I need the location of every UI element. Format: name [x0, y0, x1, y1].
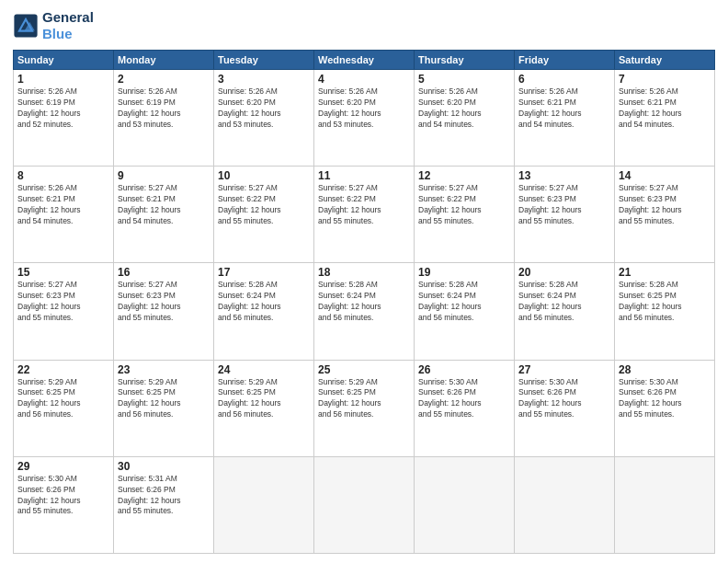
- cell-content: Sunrise: 5:26 AMSunset: 6:19 PMDaylight:…: [118, 86, 210, 131]
- calendar-cell: [214, 456, 314, 553]
- calendar-cell: 15Sunrise: 5:27 AMSunset: 6:23 PMDayligh…: [14, 263, 114, 360]
- cell-content: Sunrise: 5:26 AMSunset: 6:20 PMDaylight:…: [218, 86, 310, 131]
- day-number: 23: [118, 363, 210, 376]
- calendar-cell: 3Sunrise: 5:26 AMSunset: 6:20 PMDaylight…: [214, 70, 314, 167]
- cell-content: Sunrise: 5:27 AMSunset: 6:23 PMDaylight:…: [118, 280, 210, 324]
- calendar-cell: 30Sunrise: 5:31 AMSunset: 6:26 PMDayligh…: [114, 456, 214, 553]
- cell-content: Sunrise: 5:28 AMSunset: 6:24 PMDaylight:…: [418, 280, 510, 324]
- weekday-header: Friday: [515, 51, 615, 70]
- calendar-cell: 8Sunrise: 5:26 AMSunset: 6:21 PMDaylight…: [14, 167, 114, 263]
- day-number: 4: [318, 73, 410, 86]
- logo-text: General Blue: [42, 9, 94, 42]
- cell-content: Sunrise: 5:27 AMSunset: 6:23 PMDaylight:…: [518, 183, 610, 227]
- cell-content: Sunrise: 5:27 AMSunset: 6:22 PMDaylight:…: [418, 183, 510, 227]
- calendar-week-row: 15Sunrise: 5:27 AMSunset: 6:23 PMDayligh…: [14, 263, 715, 360]
- day-number: 24: [218, 363, 310, 376]
- day-number: 28: [619, 363, 711, 376]
- weekday-header: Sunday: [14, 51, 114, 70]
- cell-content: Sunrise: 5:30 AMSunset: 6:26 PMDaylight:…: [17, 474, 109, 518]
- weekday-header: Monday: [114, 51, 214, 70]
- cell-content: Sunrise: 5:26 AMSunset: 6:20 PMDaylight:…: [318, 86, 410, 131]
- calendar-cell: 23Sunrise: 5:29 AMSunset: 6:25 PMDayligh…: [114, 360, 214, 456]
- calendar-cell: 24Sunrise: 5:29 AMSunset: 6:25 PMDayligh…: [214, 360, 314, 456]
- day-number: 2: [118, 73, 210, 86]
- cell-content: Sunrise: 5:27 AMSunset: 6:21 PMDaylight:…: [118, 183, 210, 227]
- calendar-cell: 28Sunrise: 5:30 AMSunset: 6:26 PMDayligh…: [615, 360, 715, 456]
- calendar-cell: 25Sunrise: 5:29 AMSunset: 6:25 PMDayligh…: [314, 360, 415, 456]
- calendar-cell: 6Sunrise: 5:26 AMSunset: 6:21 PMDaylight…: [515, 70, 615, 167]
- day-number: 6: [518, 73, 610, 86]
- cell-content: Sunrise: 5:27 AMSunset: 6:23 PMDaylight:…: [619, 183, 711, 227]
- calendar-cell: 16Sunrise: 5:27 AMSunset: 6:23 PMDayligh…: [114, 263, 214, 360]
- calendar-cell: [314, 456, 415, 553]
- cell-content: Sunrise: 5:26 AMSunset: 6:21 PMDaylight:…: [619, 86, 711, 131]
- calendar-cell: [415, 456, 515, 553]
- cell-content: Sunrise: 5:29 AMSunset: 6:25 PMDaylight:…: [318, 377, 410, 421]
- calendar-cell: 2Sunrise: 5:26 AMSunset: 6:19 PMDaylight…: [114, 70, 214, 167]
- calendar-cell: 22Sunrise: 5:29 AMSunset: 6:25 PMDayligh…: [14, 360, 114, 456]
- cell-content: Sunrise: 5:27 AMSunset: 6:22 PMDaylight:…: [218, 183, 310, 227]
- cell-content: Sunrise: 5:30 AMSunset: 6:26 PMDaylight:…: [518, 377, 610, 421]
- calendar-week-row: 29Sunrise: 5:30 AMSunset: 6:26 PMDayligh…: [14, 456, 715, 553]
- day-number: 29: [17, 460, 109, 473]
- calendar-cell: 13Sunrise: 5:27 AMSunset: 6:23 PMDayligh…: [515, 167, 615, 263]
- page: General Blue SundayMondayTuesdayWednesda…: [0, 0, 728, 563]
- calendar-week-row: 22Sunrise: 5:29 AMSunset: 6:25 PMDayligh…: [14, 360, 715, 456]
- calendar-cell: 14Sunrise: 5:27 AMSunset: 6:23 PMDayligh…: [615, 167, 715, 263]
- day-number: 14: [619, 169, 711, 182]
- day-number: 26: [418, 363, 510, 376]
- calendar-cell: 12Sunrise: 5:27 AMSunset: 6:22 PMDayligh…: [415, 167, 515, 263]
- cell-content: Sunrise: 5:31 AMSunset: 6:26 PMDaylight:…: [118, 474, 210, 518]
- cell-content: Sunrise: 5:29 AMSunset: 6:25 PMDaylight:…: [17, 377, 109, 421]
- day-number: 1: [17, 73, 109, 86]
- cell-content: Sunrise: 5:30 AMSunset: 6:26 PMDaylight:…: [619, 377, 711, 421]
- weekday-header: Wednesday: [314, 51, 415, 70]
- calendar-cell: 5Sunrise: 5:26 AMSunset: 6:20 PMDaylight…: [415, 70, 515, 167]
- cell-content: Sunrise: 5:30 AMSunset: 6:26 PMDaylight:…: [418, 377, 510, 421]
- calendar-cell: 20Sunrise: 5:28 AMSunset: 6:24 PMDayligh…: [515, 263, 615, 360]
- calendar-header-row: SundayMondayTuesdayWednesdayThursdayFrid…: [14, 51, 715, 70]
- logo-icon: [13, 13, 39, 39]
- day-number: 9: [118, 169, 210, 182]
- cell-content: Sunrise: 5:26 AMSunset: 6:21 PMDaylight:…: [518, 86, 610, 131]
- calendar-week-row: 8Sunrise: 5:26 AMSunset: 6:21 PMDaylight…: [14, 167, 715, 263]
- day-number: 7: [619, 73, 711, 86]
- day-number: 30: [118, 460, 210, 473]
- day-number: 12: [418, 169, 510, 182]
- calendar-cell: 27Sunrise: 5:30 AMSunset: 6:26 PMDayligh…: [515, 360, 615, 456]
- day-number: 15: [17, 266, 109, 279]
- calendar-cell: 17Sunrise: 5:28 AMSunset: 6:24 PMDayligh…: [214, 263, 314, 360]
- day-number: 13: [518, 169, 610, 182]
- day-number: 20: [518, 266, 610, 279]
- calendar-cell: 18Sunrise: 5:28 AMSunset: 6:24 PMDayligh…: [314, 263, 415, 360]
- day-number: 16: [118, 266, 210, 279]
- calendar-cell: [615, 456, 715, 553]
- day-number: 5: [418, 73, 510, 86]
- cell-content: Sunrise: 5:26 AMSunset: 6:20 PMDaylight:…: [418, 86, 510, 131]
- weekday-header: Tuesday: [214, 51, 314, 70]
- calendar-table: SundayMondayTuesdayWednesdayThursdayFrid…: [13, 50, 715, 554]
- day-number: 22: [17, 363, 109, 376]
- cell-content: Sunrise: 5:29 AMSunset: 6:25 PMDaylight:…: [118, 377, 210, 421]
- day-number: 11: [318, 169, 410, 182]
- header: General Blue: [13, 9, 715, 42]
- calendar-cell: 4Sunrise: 5:26 AMSunset: 6:20 PMDaylight…: [314, 70, 415, 167]
- cell-content: Sunrise: 5:28 AMSunset: 6:24 PMDaylight:…: [218, 280, 310, 324]
- day-number: 17: [218, 266, 310, 279]
- calendar-cell: 29Sunrise: 5:30 AMSunset: 6:26 PMDayligh…: [14, 456, 114, 553]
- calendar-cell: 1Sunrise: 5:26 AMSunset: 6:19 PMDaylight…: [14, 70, 114, 167]
- day-number: 21: [619, 266, 711, 279]
- cell-content: Sunrise: 5:26 AMSunset: 6:19 PMDaylight:…: [17, 86, 109, 131]
- calendar-week-row: 1Sunrise: 5:26 AMSunset: 6:19 PMDaylight…: [14, 70, 715, 167]
- day-number: 3: [218, 73, 310, 86]
- calendar-cell: 9Sunrise: 5:27 AMSunset: 6:21 PMDaylight…: [114, 167, 214, 263]
- calendar-cell: 11Sunrise: 5:27 AMSunset: 6:22 PMDayligh…: [314, 167, 415, 263]
- cell-content: Sunrise: 5:26 AMSunset: 6:21 PMDaylight:…: [17, 183, 109, 227]
- cell-content: Sunrise: 5:29 AMSunset: 6:25 PMDaylight:…: [218, 377, 310, 421]
- day-number: 8: [17, 169, 109, 182]
- cell-content: Sunrise: 5:27 AMSunset: 6:23 PMDaylight:…: [17, 280, 109, 324]
- day-number: 27: [518, 363, 610, 376]
- cell-content: Sunrise: 5:28 AMSunset: 6:24 PMDaylight:…: [518, 280, 610, 324]
- cell-content: Sunrise: 5:28 AMSunset: 6:25 PMDaylight:…: [619, 280, 711, 324]
- day-number: 18: [318, 266, 410, 279]
